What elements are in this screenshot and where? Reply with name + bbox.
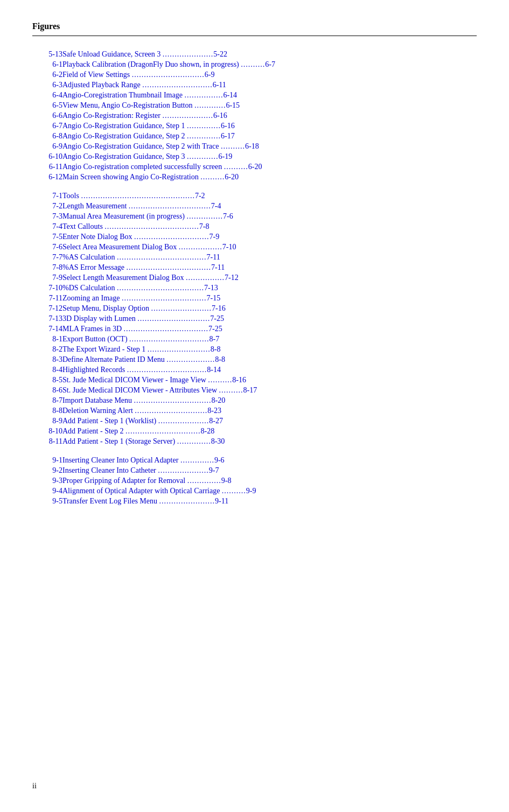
toc-row: 6-9Angio Co-Registration Guidance, Step … <box>32 141 477 151</box>
toc-entry-title[interactable]: Field of View Settings .................… <box>62 69 477 80</box>
toc-figure-number: 6-9 <box>32 141 62 151</box>
toc-entry-title[interactable]: Angio Co-Registration Guidance, Step 2 .… <box>62 131 477 141</box>
toc-figure-number: 6-6 <box>32 110 62 121</box>
toc-figure-number: 7-12 <box>32 303 62 313</box>
toc-entry-title[interactable]: Transfer Event Log Files Menu ..........… <box>62 496 477 506</box>
toc-row: 8-8Deletion Warning Alert ..............… <box>32 405 477 416</box>
toc-entry-title[interactable]: St. Jude Medical DICOM Viewer - Image Vi… <box>62 375 477 385</box>
toc-entry-title[interactable]: Import Database Menu ...................… <box>62 395 477 405</box>
header-divider <box>32 36 477 36</box>
toc-row: 7-2Length Measurement ..................… <box>32 201 477 211</box>
toc-row: 7-8%AS Error Message ...................… <box>32 262 477 272</box>
toc-row: 7-12Setup Menu, Display Option .........… <box>32 303 477 313</box>
toc-entry-title[interactable]: %AS Error Message ......................… <box>62 262 477 272</box>
toc-entry-title[interactable]: Safe Unload Guidance, Screen 3 .........… <box>62 49 477 59</box>
toc-row: 9-3Proper Gripping of Adapter for Remova… <box>32 475 477 486</box>
toc-figure-number: 8-6 <box>32 385 62 395</box>
toc-entry-title[interactable]: Add Patient - Step 1 (Storage Server) ..… <box>62 436 477 446</box>
toc-figure-number: 6-2 <box>32 69 62 80</box>
toc-row: 5-13Safe Unload Guidance, Screen 3 .....… <box>32 49 477 59</box>
toc-figure-number: 7-11 <box>32 293 62 303</box>
toc-entry-title[interactable]: Length Measurement .....................… <box>62 201 477 211</box>
toc-entry-title[interactable]: Angio Co-Registration Guidance, Step 2 w… <box>62 141 477 151</box>
toc-entry-title[interactable]: Inserting Cleaner Into Catheter ........… <box>62 465 477 475</box>
toc-entry-title[interactable]: Add Patient - Step 2 ...................… <box>62 426 477 436</box>
toc-figure-number: 6-8 <box>32 131 62 141</box>
toc-entry-title[interactable]: Zooming an Image .......................… <box>62 293 477 303</box>
toc-entry-title[interactable]: The Export Wizard - Step 1 .............… <box>62 344 477 354</box>
toc-figure-number: 8-7 <box>32 395 62 405</box>
toc-figure-number: 6-3 <box>32 80 62 90</box>
toc-row: 6-11Angio Co-registration completed succ… <box>32 162 477 172</box>
toc-row: 7-6Select Area Measurement Dialog Box ..… <box>32 242 477 252</box>
toc-entry-title[interactable]: Angio Co-Registration: Register ........… <box>62 110 477 121</box>
toc-row: 9-1Inserting Cleaner Into Optical Adapte… <box>32 455 477 465</box>
toc-figure-number: 9-5 <box>32 496 62 506</box>
toc-entry-title[interactable]: Select Length Measurement Dialog Box ...… <box>62 272 477 283</box>
toc-row: 6-10Angio Co-Registration Guidance, Step… <box>32 151 477 162</box>
toc-entry-title[interactable]: Main Screen showing Angio Co-Registratio… <box>62 172 477 182</box>
toc-figure-number: 8-2 <box>32 344 62 354</box>
toc-row: 8-5St. Jude Medical DICOM Viewer - Image… <box>32 375 477 385</box>
toc-figure-number: 8-10 <box>32 426 62 436</box>
toc-entry-title[interactable]: Angio Co-Registration Guidance, Step 3 .… <box>62 151 477 162</box>
toc-figure-number: 8-9 <box>32 416 62 426</box>
toc-entry-title[interactable]: Setup Menu, Display Option .............… <box>62 303 477 313</box>
toc-figure-number: 8-11 <box>32 436 62 446</box>
toc-figure-number: 7-8 <box>32 262 62 272</box>
toc-row: 8-4Highlighted Records .................… <box>32 365 477 375</box>
toc-entry-title[interactable]: Define Alternate Patient ID Menu .......… <box>62 354 477 365</box>
toc-row: 7-133D Display with Lumen ..............… <box>32 313 477 324</box>
toc-entry-title[interactable]: %DS Calculation ........................… <box>62 283 477 293</box>
toc-entry-title[interactable]: Select Area Measurement Dialog Box .....… <box>62 242 477 252</box>
toc-figure-number: 9-1 <box>32 455 62 465</box>
toc-entry-title[interactable]: Deletion Warning Alert .................… <box>62 405 477 416</box>
toc-entry-title[interactable]: Add Patient - Step 1 (Worklist) ........… <box>62 416 477 426</box>
toc-row: 7-10%DS Calculation ....................… <box>32 283 477 293</box>
toc-row: 6-3Adjusted Playback Range .............… <box>32 80 477 90</box>
toc-entry-title[interactable]: Angio Co-registration completed successf… <box>62 162 477 172</box>
toc-entry-title[interactable]: Angio Co-Registration Guidance, Step 1 .… <box>62 121 477 131</box>
toc-entry-title[interactable]: %AS Calculation ........................… <box>62 252 477 262</box>
toc-entry-title[interactable]: View Menu, Angio Co-Registration Button … <box>62 100 477 110</box>
page-header: Figures <box>32 22 477 31</box>
toc-entry-title[interactable]: Highlighted Records ....................… <box>62 365 477 375</box>
toc-row: 8-2The Export Wizard - Step 1 ..........… <box>32 344 477 354</box>
toc-entry-title[interactable]: Proper Gripping of Adapter for Removal .… <box>62 475 477 486</box>
toc-figure-number: 7-6 <box>32 242 62 252</box>
toc-entry-title[interactable]: Adjusted Playback Range ................… <box>62 80 477 90</box>
toc-figure-number: 7-2 <box>32 201 62 211</box>
toc-table: 5-13Safe Unload Guidance, Screen 3 .....… <box>32 49 477 506</box>
toc-row: 6-12Main Screen showing Angio Co-Registr… <box>32 172 477 182</box>
toc-entry-title[interactable]: MLA Frames in 3D .......................… <box>62 324 477 334</box>
toc-entry-title[interactable]: Angio-Coregistration Thumbnail Image ...… <box>62 90 477 100</box>
toc-row: 6-6Angio Co-Registration: Register .....… <box>32 110 477 121</box>
toc-figure-number: 9-3 <box>32 475 62 486</box>
toc-figure-number: 8-1 <box>32 334 62 344</box>
toc-figure-number: 6-10 <box>32 151 62 162</box>
toc-row: 6-8Angio Co-Registration Guidance, Step … <box>32 131 477 141</box>
toc-entry-title[interactable]: St. Jude Medical DICOM Viewer - Attribut… <box>62 385 477 395</box>
toc-figure-number: 6-1 <box>32 59 62 69</box>
toc-entry-title[interactable]: Text Callouts ..........................… <box>62 221 477 232</box>
toc-entry-title[interactable]: Tools ..................................… <box>62 191 477 201</box>
toc-row: 7-1Tools ...............................… <box>32 191 477 201</box>
toc-entry-title[interactable]: Alignment of Optical Adapter with Optica… <box>62 486 477 496</box>
toc-entry-title[interactable]: Enter Note Dialog Box ..................… <box>62 232 477 242</box>
toc-figure-number: 9-4 <box>32 486 62 496</box>
toc-figure-number: 7-14 <box>32 324 62 334</box>
toc-row: 7-14MLA Frames in 3D ...................… <box>32 324 477 334</box>
toc-row: 9-4Alignment of Optical Adapter with Opt… <box>32 486 477 496</box>
toc-row: 9-2Inserting Cleaner Into Catheter .....… <box>32 465 477 475</box>
toc-entry-title[interactable]: Inserting Cleaner Into Optical Adapter .… <box>62 455 477 465</box>
toc-figure-number: 6-11 <box>32 162 62 172</box>
toc-section-gap <box>32 182 477 191</box>
toc-row: 7-4Text Callouts .......................… <box>32 221 477 232</box>
toc-figure-number: 7-5 <box>32 232 62 242</box>
toc-figure-number: 8-4 <box>32 365 62 375</box>
toc-entry-title[interactable]: 3D Display with Lumen ..................… <box>62 313 477 324</box>
toc-figure-number: 8-5 <box>32 375 62 385</box>
toc-entry-title[interactable]: Manual Area Measurement (in progress) ..… <box>62 211 477 221</box>
toc-entry-title[interactable]: Playback Calibration (DragonFly Duo show… <box>62 59 477 69</box>
toc-entry-title[interactable]: Export Button (OCT) ....................… <box>62 334 477 344</box>
